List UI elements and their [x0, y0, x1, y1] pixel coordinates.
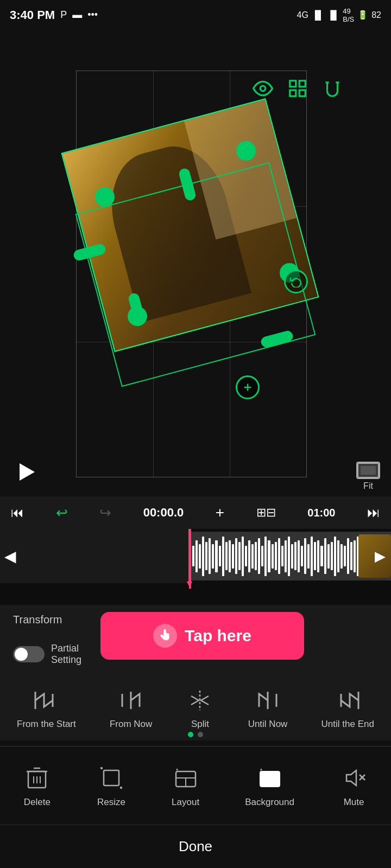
fit-button[interactable]: Fit [356, 462, 380, 491]
partial-text: PartialSetting [51, 643, 81, 666]
status-time: 3:40 PM [10, 8, 55, 22]
signal-4g: 4G [297, 10, 308, 20]
waveform-bar [314, 542, 316, 570]
redo-button[interactable]: ↪ [99, 505, 111, 521]
waveform-bar [205, 542, 207, 570]
waveform-bar [235, 538, 237, 574]
dot-1 [188, 732, 193, 737]
from-start-button[interactable]: From the Start [17, 686, 76, 730]
tap-here-text: Tap here [185, 627, 251, 645]
magnet-icon[interactable] [320, 76, 345, 101]
split-icon [186, 686, 214, 714]
rotate-handle[interactable] [284, 270, 308, 293]
partial-setting[interactable]: PartialSetting [13, 643, 81, 666]
play-button[interactable] [14, 458, 41, 486]
waveform-bar [334, 537, 336, 576]
from-now-button[interactable]: From Now [110, 686, 152, 730]
undo-button[interactable]: ↩ [56, 505, 68, 521]
from-start-icon [32, 686, 60, 714]
timeline-track[interactable]: ◀ ▶ [0, 529, 391, 583]
background-button[interactable]: Background [245, 763, 294, 808]
status-right: 4G ▐▌ ▐▌ 49B/S 🔋 82 [297, 7, 381, 23]
bottom-toolbar: Delete Resize Layout [0, 746, 391, 825]
layout-icon [171, 763, 200, 793]
from-now-icon [117, 686, 145, 714]
carrier-icon: P [60, 9, 67, 21]
waveform-bar [251, 544, 254, 569]
signal-bars: ▐▌ [312, 10, 324, 20]
fit-icon [356, 462, 380, 479]
svg-rect-3 [290, 90, 296, 96]
done-label[interactable]: Done [179, 838, 212, 855]
skip-start-button[interactable]: ⏮ [11, 505, 24, 520]
delete-icon [22, 763, 52, 793]
waveform-bar [195, 540, 198, 572]
split-button[interactable]: Split [186, 686, 214, 730]
data-speed: 49B/S [343, 7, 354, 23]
add-button[interactable]: + [216, 504, 224, 521]
track-play-button[interactable]: ▶ [375, 548, 386, 565]
status-bar: 3:40 PM P ▬ ••• 4G ▐▌ ▐▌ 49B/S 🔋 82 [0, 0, 391, 30]
tap-here-button[interactable]: Tap here [100, 612, 304, 660]
dot-2 [198, 732, 203, 737]
delete-button[interactable]: Delete [22, 763, 52, 808]
fit-label: Fit [363, 481, 373, 491]
handle-top-right[interactable] [236, 141, 256, 161]
timecode-display: 00:00.0 [143, 506, 184, 520]
waveform-bar [199, 544, 201, 569]
toggle-knob [15, 648, 28, 661]
until-now-button[interactable]: Until Now [248, 686, 288, 730]
waveform-bar [281, 546, 283, 566]
track-left[interactable]: ◀ [0, 529, 190, 583]
handle-bottom-left[interactable] [128, 307, 147, 326]
waveform-bar [215, 540, 217, 572]
done-bar[interactable]: Done [0, 825, 391, 868]
svg-rect-10 [361, 466, 376, 475]
background-icon [255, 763, 285, 793]
svg-marker-31 [176, 768, 178, 770]
battery-percent: 82 [371, 10, 381, 20]
timeline-ruler: // Ruler ticks will be added by init scr… [0, 583, 391, 605]
until-end-button[interactable]: Until the End [321, 686, 374, 730]
mute-button[interactable]: Mute [339, 763, 369, 808]
menu-icon: ••• [87, 9, 98, 21]
split-label: Split [191, 719, 209, 730]
play-triangle [20, 463, 35, 481]
from-now-label: From Now [110, 719, 152, 730]
track-right[interactable] [190, 532, 391, 580]
from-start-label: From the Start [17, 719, 76, 730]
waveform-bar [317, 540, 319, 572]
handle-top-left[interactable] [95, 187, 115, 207]
waveform-bar [324, 538, 326, 574]
layout-button[interactable]: Layout [171, 763, 200, 808]
visibility-icon[interactable] [250, 76, 275, 101]
waveform-bar [347, 538, 349, 574]
waveform-bar [272, 544, 274, 569]
tap-cursor-icon [153, 624, 177, 648]
battery-icon: 🔋 [357, 10, 368, 20]
canvas-area[interactable]: Fit [0, 30, 391, 496]
svg-rect-28 [104, 770, 119, 786]
waveform-bar [209, 538, 211, 574]
resize-button[interactable]: Resize [97, 763, 126, 808]
toggle-switch[interactable] [13, 646, 45, 662]
waveform-bar [229, 540, 231, 572]
waveform-bar [327, 544, 330, 569]
resize-handle[interactable] [236, 375, 260, 399]
svg-rect-36 [260, 771, 280, 787]
waveform-bar [202, 537, 204, 576]
waveform-bar [354, 540, 356, 572]
waveform-bar [258, 538, 260, 574]
waveform-bar [311, 537, 313, 576]
waveform-bar [298, 540, 300, 572]
grid-icon[interactable] [285, 76, 310, 101]
track-arrow-left[interactable]: ◀ [4, 547, 16, 565]
waveform-bar [278, 538, 280, 574]
waveform-bar [245, 546, 247, 566]
waveform-bar [192, 546, 194, 566]
skip-end-button[interactable]: ⏭ [367, 505, 380, 520]
waveform-bar [340, 544, 343, 569]
view-grid-button[interactable]: ⊞⊟ [256, 506, 276, 520]
playhead[interactable]: ▼ [189, 529, 191, 589]
waveform-bar [307, 544, 310, 569]
